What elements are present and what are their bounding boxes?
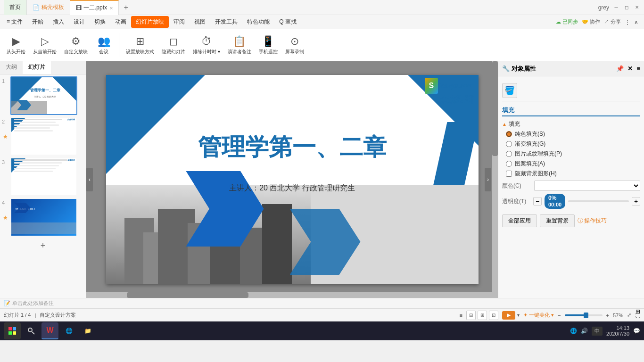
fill-options: 纯色填充(S) 渐变填充(G) 图片或纹理填充(P) 图案填充(A) 隐藏背景图…	[502, 130, 640, 178]
close-panel-icon[interactable]: ✕	[627, 65, 633, 72]
taskbar: W 🌐 📁 🌐 🔊 中 14:13 2020/7/30 💬	[0, 321, 644, 340]
play-button[interactable]: ▶	[502, 311, 515, 320]
toolbar-hide-slide[interactable]: ◻ 隐藏幻灯片	[159, 34, 188, 56]
color-select[interactable]	[534, 181, 640, 191]
zoom-in-icon[interactable]: +	[606, 313, 609, 318]
transparency-increase-button[interactable]: +	[632, 197, 640, 206]
zoom-out-icon[interactable]: −	[558, 313, 561, 318]
tab-outline[interactable]: 大纲	[0, 61, 23, 74]
slide-preview-3[interactable]: 众森助研	[10, 157, 77, 196]
scroll-left-icon[interactable]: ‹	[86, 168, 93, 191]
logo-domain: Zszys.com	[440, 82, 474, 90]
menu-start[interactable]: 开始	[27, 16, 48, 28]
fill-solid[interactable]: 纯色填充(S)	[506, 130, 640, 138]
toolbar-slide-settings[interactable]: ⊞ 设置放映方式	[123, 34, 157, 56]
slide-subtitle[interactable]: 主讲人：20 西北大学 行政管理研究生	[106, 183, 479, 193]
menu-animation[interactable]: 动画	[110, 16, 131, 28]
slide-thumb-4[interactable]: 4 ★ THANK YOU	[2, 198, 84, 237]
slide-preview-2[interactable]: 众森助研	[10, 117, 77, 156]
pin-panel-icon[interactable]: 📌	[616, 65, 624, 72]
toolbar-remote[interactable]: 📱 手机遥控	[256, 34, 281, 56]
more-options-icon[interactable]: ⋮	[625, 19, 630, 25]
taskbar-explorer[interactable]: 📁	[79, 322, 96, 339]
tab-ppt[interactable]: 🎞 一二.pptx ×	[70, 0, 119, 15]
timer-icon: ⏱	[201, 35, 212, 48]
add-tab-button[interactable]: +	[119, 3, 132, 12]
add-slide-button[interactable]: +	[2, 239, 84, 253]
scroll-right-icon[interactable]: ›	[485, 168, 491, 191]
close-tab-icon[interactable]: ×	[110, 5, 113, 11]
close-button[interactable]: ✕	[634, 4, 640, 11]
panel-content: 🪣 填充 填充 纯色填充(S) 渐变填充(G) 图片或纹理填充(P)	[498, 76, 644, 231]
fill-image[interactable]: 图片或纹理填充(P)	[506, 150, 640, 158]
menu-file[interactable]: ≡ 文件	[2, 16, 27, 28]
transparency-label: 透明度(T)	[502, 197, 530, 206]
toolbar-timer[interactable]: ⏱ 排练计时时 ▾	[190, 34, 223, 56]
reading-view-button[interactable]: ⊡	[489, 311, 498, 320]
fill-gradient[interactable]: 渐变填充(G)	[506, 140, 640, 148]
collab-button[interactable]: 🤝 协作	[582, 18, 600, 25]
taskbar-wps[interactable]: W	[41, 322, 58, 339]
logo-subtitle: 众森助研	[440, 94, 474, 105]
tab-home[interactable]: 首页	[4, 0, 27, 15]
menu-review[interactable]: 审阅	[169, 16, 190, 28]
apply-all-button[interactable]: 全部应用	[502, 214, 537, 227]
slide-canvas: S Zszys.com 众森助研 管理学第一、二章 主讲人：20 西北大学 行政…	[106, 75, 479, 284]
zoom-slider[interactable]	[565, 314, 603, 316]
toolbar-custom-play[interactable]: ⚙ 自定义放映	[61, 34, 91, 56]
menu-insert[interactable]: 插入	[48, 16, 69, 28]
play-dropdown[interactable]: ▾	[517, 313, 520, 318]
menu-design[interactable]: 设计	[69, 16, 90, 28]
taskbar-edge[interactable]: 🌐	[60, 322, 77, 339]
menu-find[interactable]: Q 查找	[274, 16, 301, 28]
menu-features[interactable]: 特色功能	[242, 16, 274, 28]
tab-slides[interactable]: 幻灯片	[23, 61, 51, 74]
fill-pattern[interactable]: 图案填充(A)	[506, 160, 640, 168]
canvas-scrollbar-v[interactable]	[492, 61, 498, 298]
svg-line-5	[32, 332, 34, 334]
reset-bg-button[interactable]: 重置背景	[540, 214, 575, 227]
taskbar-start[interactable]	[4, 322, 21, 339]
menu-devtools[interactable]: 开发工具	[210, 16, 242, 28]
tab-template[interactable]: 📄 稿壳模板	[27, 0, 70, 15]
more-panel-icon[interactable]: ≡	[636, 65, 640, 72]
transparency-decrease-button[interactable]: −	[533, 197, 542, 206]
fit-window-icon[interactable]: ⤢	[627, 312, 631, 318]
toolbar-from-start[interactable]: ▶ 从头开始	[4, 34, 28, 56]
toolbar-meeting[interactable]: 👥 会议	[92, 34, 115, 56]
slide-thumb-2[interactable]: 2 ★ 众森助研	[2, 117, 84, 156]
share-button[interactable]: ↗ 分享	[604, 18, 621, 25]
taskbar-network-icon: 🌐	[570, 328, 577, 334]
slide-preview-1[interactable]: 管理学第一、二章 主讲人：20 西北大学 Zszys.com	[10, 76, 77, 115]
grid-view-button[interactable]: ⊞	[478, 311, 487, 320]
slide-thumb-1[interactable]: 1 管理学第一、二章 主讲人：20 西北大学 Zszys.com	[2, 76, 84, 115]
tips-button[interactable]: ⓘ 操作技巧	[578, 214, 607, 227]
toolbar-record[interactable]: ⊙ 屏幕录制	[282, 34, 307, 56]
toolbar-notes[interactable]: 📋 演讲者备注	[225, 34, 254, 56]
collapse-ribbon-icon[interactable]: ∧	[634, 19, 638, 25]
toolbar-from-current[interactable]: ▷ 从当前开始	[30, 34, 59, 56]
canvas-scrollbar-h	[86, 292, 492, 298]
user-name: grey	[598, 4, 609, 11]
slide-preview-4[interactable]: THANK YOU	[10, 198, 77, 237]
slide-list: 1 管理学第一、二章 主讲人：20 西北大学 Zszys.com	[0, 74, 86, 298]
slide-main-title[interactable]: 管理学第一、二章	[106, 132, 479, 163]
canvas-scrollbar-thumb[interactable]	[492, 61, 498, 156]
properties-icon: 🔧	[502, 65, 510, 72]
menu-slideshow[interactable]: 幻灯片放映	[131, 16, 169, 28]
restore-button[interactable]: ◻	[623, 4, 630, 11]
menu-view[interactable]: 视图	[190, 16, 210, 28]
zoom-thumb[interactable]	[584, 313, 588, 318]
taskbar-ime[interactable]: 中	[592, 327, 603, 336]
title-controls: grey ─ ◻ ✕	[598, 4, 640, 11]
fill-hide-bg[interactable]: 隐藏背景图形(H)	[506, 170, 640, 178]
beautify-button[interactable]: ✦ 一键美化 ▾	[523, 312, 554, 319]
taskbar-notification-icon[interactable]: 💬	[633, 328, 640, 334]
slide-thumb-3[interactable]: 3 众森助研	[2, 157, 84, 196]
minimize-button[interactable]: ─	[613, 4, 619, 11]
normal-view-button[interactable]: ⊟	[466, 311, 476, 320]
transparency-slider[interactable]	[568, 200, 629, 202]
taskbar-search[interactable]	[23, 322, 40, 339]
notes-placeholder[interactable]: 单击此处添加备注	[12, 300, 54, 307]
menu-switch[interactable]: 切换	[90, 16, 110, 28]
